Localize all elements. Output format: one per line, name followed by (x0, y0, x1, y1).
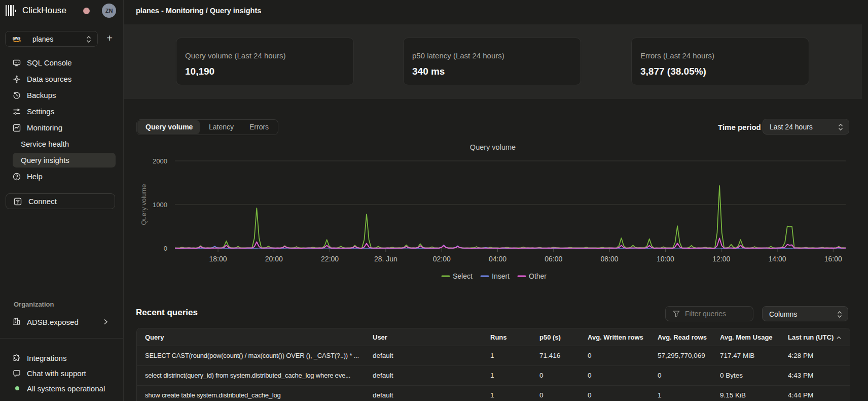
svg-text:Insert: Insert (492, 272, 510, 280)
svg-text:04:00: 04:00 (489, 255, 507, 263)
svg-text:2000: 2000 (153, 157, 167, 165)
svg-text:02:00: 02:00 (433, 255, 451, 263)
svg-text:Query volume: Query volume (470, 143, 516, 151)
svg-text:Query volume: Query volume (140, 184, 148, 225)
svg-text:12:00: 12:00 (712, 255, 730, 263)
svg-text:Select: Select (453, 272, 473, 280)
svg-text:14:00: 14:00 (768, 255, 786, 263)
svg-text:1000: 1000 (153, 201, 167, 209)
svg-text:Other: Other (529, 272, 547, 280)
svg-text:10:00: 10:00 (657, 255, 674, 263)
svg-text:aws: aws (13, 36, 21, 41)
svg-text:28. Jun: 28. Jun (374, 255, 397, 263)
svg-text:16:00: 16:00 (824, 255, 842, 263)
svg-text:08:00: 08:00 (601, 255, 619, 263)
svg-text:0: 0 (164, 245, 167, 252)
svg-text:18:00: 18:00 (209, 255, 227, 263)
svg-text:20:00: 20:00 (265, 255, 283, 263)
svg-text:06:00: 06:00 (545, 255, 562, 263)
svg-text:22:00: 22:00 (321, 255, 339, 263)
